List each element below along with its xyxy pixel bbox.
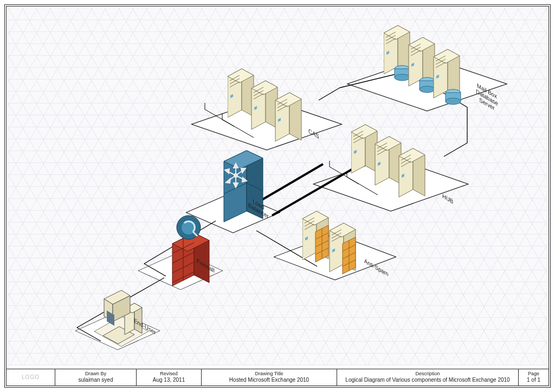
workstation-icon (92, 287, 152, 347)
page-value: 1 of 1 (527, 377, 540, 384)
drawn-by-cell: Drawn By sulaiman syed (55, 369, 137, 386)
drawing-title-cell: Drawing Title Hosted Microsoft Exchange … (202, 369, 337, 386)
drawn-by-value: sulaiman syed (79, 377, 113, 384)
description-cell: Description Logical Diagram of Various c… (337, 369, 519, 386)
revised-cell: Revised Aug 13, 2011 (137, 369, 202, 386)
page-key: Page (528, 371, 539, 377)
page-cell: Page 1 of 1 (519, 369, 548, 386)
logo-text: LOGO (22, 374, 40, 381)
logo-cell: LOGO (7, 369, 55, 386)
description-key: Description (415, 371, 440, 377)
firewall-icon (163, 211, 217, 287)
drawing-title-key: Drawing Title (255, 371, 283, 377)
drawing-title-value: Hosted Microsoft Exchange 2010 (229, 377, 309, 384)
server-cluster-icon (351, 123, 465, 199)
revised-key: Revised (160, 371, 178, 377)
revised-value: Aug 13, 2011 (153, 377, 185, 384)
description-value: Logical Diagram of Various components of… (345, 377, 509, 384)
server-cluster-icon (228, 68, 341, 143)
title-block: LOGO Drawn By sulaiman syed Revised Aug … (7, 369, 548, 386)
drawn-by-key: Drawn By (85, 371, 106, 377)
